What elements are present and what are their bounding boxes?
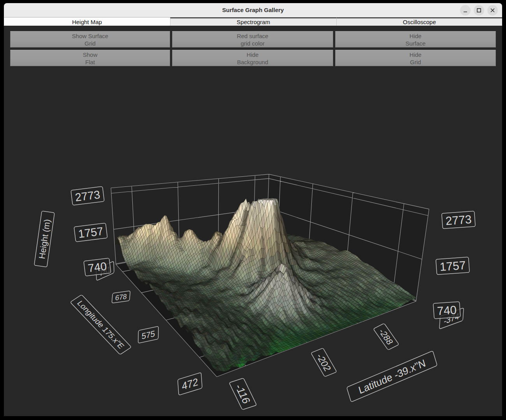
svg-text:Latitude -39.x"N: Latitude -39.x"N [357, 357, 427, 396]
svg-text:Longitude 175.x"E: Longitude 175.x"E [76, 299, 126, 350]
svg-text:678: 678 [115, 292, 127, 302]
svg-text:740: 740 [437, 303, 457, 317]
svg-text:740: 740 [87, 260, 107, 275]
svg-text:2773: 2773 [445, 213, 472, 228]
svg-text:1757: 1757 [439, 259, 466, 274]
